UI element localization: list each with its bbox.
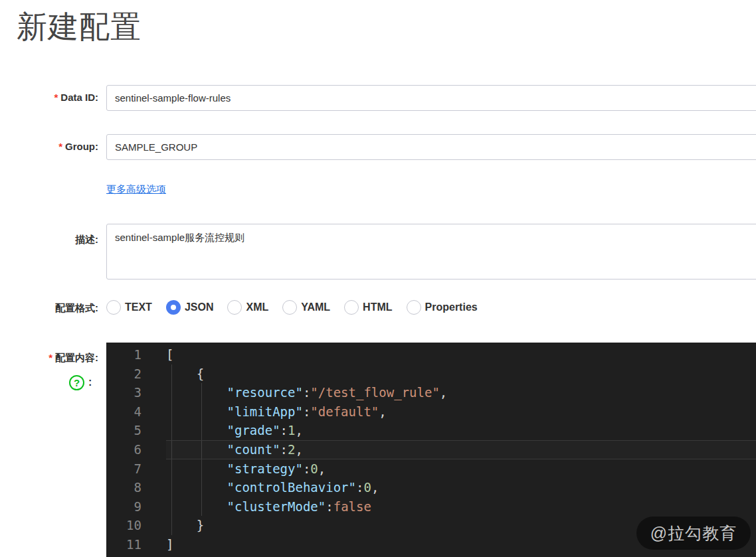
- code-line: 7 "strategy":0,: [106, 459, 756, 479]
- format-option-html[interactable]: HTML: [344, 300, 392, 315]
- line-number: 10: [106, 516, 142, 535]
- format-option-json[interactable]: JSON: [166, 300, 214, 315]
- code-text: "controlBehavior":0,: [142, 478, 756, 497]
- code-line: 5 "grade":1,: [106, 421, 756, 440]
- code-line: 9 "clusterMode":false: [106, 497, 756, 517]
- group-input[interactable]: [106, 134, 756, 160]
- radio-unselected-icon[interactable]: [344, 300, 359, 315]
- radio-selected-icon[interactable]: [166, 300, 181, 315]
- description-label: 描述:: [0, 234, 98, 246]
- indent-guide: [201, 383, 202, 516]
- code-line: 4 "limitApp":"default",: [106, 402, 756, 422]
- line-number: 3: [106, 383, 142, 402]
- code-line: 6 "count":2,: [106, 440, 756, 459]
- code-text: "resource":"/test_flow_rule",: [142, 383, 756, 402]
- radio-unselected-icon[interactable]: [227, 300, 242, 315]
- description-textarea[interactable]: sentinel-sample服务流控规则: [106, 224, 756, 279]
- format-option-label: HTML: [363, 301, 392, 313]
- radio-unselected-icon[interactable]: [106, 300, 121, 315]
- group-label: *Group:: [0, 141, 98, 152]
- format-option-text[interactable]: TEXT: [106, 300, 152, 315]
- config-content-label: *配置内容:: [0, 352, 98, 364]
- line-number: 2: [106, 364, 142, 384]
- line-number: 6: [106, 440, 142, 459]
- format-option-xml[interactable]: XML: [227, 300, 268, 315]
- line-number: 9: [106, 497, 142, 517]
- line-number: 11: [106, 535, 142, 554]
- code-line: 1[: [106, 345, 756, 364]
- line-number: 1: [106, 345, 142, 364]
- indent-guide: [171, 364, 172, 535]
- code-text: "strategy":0,: [142, 459, 756, 479]
- code-line: 3 "resource":"/test_flow_rule",: [106, 383, 756, 402]
- required-asterisk: *: [58, 141, 62, 152]
- data-id-label: *Data ID:: [0, 92, 98, 103]
- help-colon: :: [88, 376, 92, 388]
- format-label: 配置格式:: [0, 302, 98, 315]
- radio-unselected-icon[interactable]: [282, 300, 297, 315]
- format-option-label: YAML: [301, 301, 330, 313]
- required-asterisk: *: [54, 92, 58, 103]
- page-title: 新建配置: [17, 7, 142, 48]
- radio-unselected-icon[interactable]: [407, 300, 421, 315]
- required-asterisk: *: [48, 352, 52, 363]
- line-number: 4: [106, 402, 142, 422]
- code-text: "limitApp":"default",: [142, 402, 756, 422]
- line-number: 7: [106, 459, 142, 479]
- watermark: @拉勾教育: [636, 517, 751, 550]
- code-line: 2 {: [106, 364, 756, 384]
- code-text: "count":2,: [142, 440, 756, 459]
- line-number: 5: [106, 421, 142, 440]
- format-option-yaml[interactable]: YAML: [282, 300, 330, 315]
- code-text: {: [142, 364, 756, 384]
- data-id-input[interactable]: [106, 85, 756, 111]
- code-text: "grade":1,: [142, 421, 756, 440]
- format-option-label: TEXT: [125, 301, 152, 313]
- format-option-properties[interactable]: Properties: [407, 300, 478, 315]
- advanced-options-link[interactable]: 更多高级选项: [106, 183, 166, 196]
- format-option-label: XML: [246, 301, 268, 313]
- format-radio-group: TEXTJSONXMLYAMLHTMLProperties: [106, 298, 478, 317]
- code-text: "clusterMode":false: [142, 497, 756, 517]
- help-question-icon[interactable]: ?: [69, 375, 84, 390]
- code-text: [: [142, 345, 756, 364]
- format-option-label: Properties: [425, 301, 478, 313]
- code-line: 8 "controlBehavior":0,: [106, 478, 756, 497]
- line-number: 8: [106, 478, 142, 497]
- format-option-label: JSON: [185, 301, 214, 313]
